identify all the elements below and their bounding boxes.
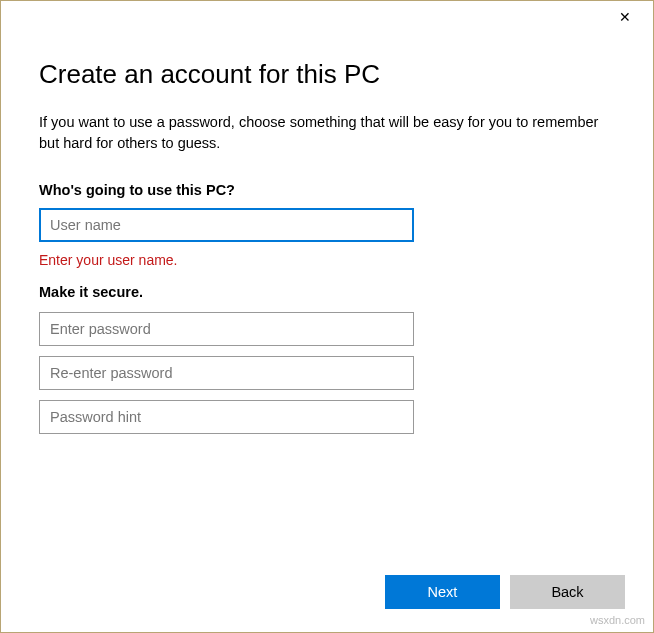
reenter-field-wrap: [39, 356, 414, 390]
username-error: Enter your user name.: [39, 252, 615, 268]
hint-field-wrap: [39, 400, 414, 434]
page-title: Create an account for this PC: [39, 59, 615, 90]
section-secure-label: Make it secure.: [39, 284, 615, 300]
close-button[interactable]: ✕: [605, 5, 645, 29]
content-area: Create an account for this PC If you wan…: [1, 31, 653, 562]
next-button[interactable]: Next: [385, 575, 500, 609]
page-description: If you want to use a password, choose so…: [39, 112, 615, 154]
watermark: wsxdn.com: [590, 614, 645, 626]
password-hint-input[interactable]: [39, 400, 414, 434]
username-input[interactable]: [39, 208, 414, 242]
close-icon: ✕: [619, 9, 631, 25]
back-button[interactable]: Back: [510, 575, 625, 609]
password-input[interactable]: [39, 312, 414, 346]
password-field-wrap: [39, 312, 414, 346]
titlebar: ✕: [1, 1, 653, 31]
reenter-password-input[interactable]: [39, 356, 414, 390]
section-user-label: Who's going to use this PC?: [39, 182, 615, 198]
username-field-wrap: [39, 208, 414, 242]
footer: Next Back: [1, 562, 653, 632]
